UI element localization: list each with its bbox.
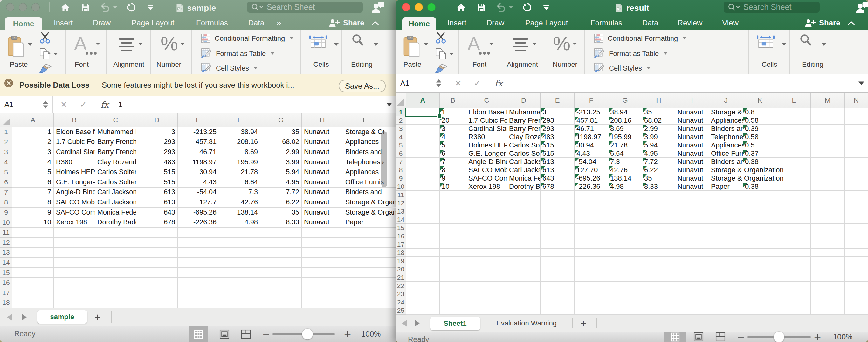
cell-D17[interactable] [136,288,178,298]
cell-H6[interactable]: Nunavut [302,177,343,188]
cell-C1[interactable]: Eldon Base for stackable storage shelf, … [466,108,507,116]
close-button[interactable] [6,3,14,11]
add-sheet-button[interactable]: + [580,315,587,332]
share-button[interactable]: Share [804,16,855,30]
alignment-icon[interactable] [119,38,134,53]
row-header-14[interactable]: 14 [0,258,12,268]
cell-I25[interactable] [675,306,709,315]
cell-B5[interactable]: Holmes HEPA Air Purifier [54,167,95,177]
cell-C9[interactable]: SAFCO Commercial Wire Shelving, Black [466,174,507,182]
cell-A2[interactable] [406,116,440,125]
cell-F14[interactable] [219,258,260,268]
page-layout-view-icon[interactable] [694,333,704,342]
cell-J7[interactable]: Binders and Binder Accessories [709,158,743,166]
row-header-7[interactable]: 7 [396,158,406,166]
cell-I13[interactable] [675,207,709,216]
row-header-4[interactable]: 4 [0,157,12,167]
cell-G5[interactable]: 5.94 [260,167,302,177]
cell-E16[interactable] [178,278,219,288]
cell-J8[interactable]: Storage & Organization [709,166,777,174]
cell-H24[interactable] [642,298,675,306]
cell-styles-button[interactable]: Cell Styles [201,63,257,73]
cell-N10[interactable] [845,182,868,191]
row-header-11[interactable]: 11 [396,191,406,199]
cell-I22[interactable] [675,282,709,290]
cell-I4[interactable]: Telephones and Communication [343,157,384,167]
cell-K16[interactable] [743,232,777,240]
cell-C20[interactable] [466,265,507,273]
cells-dropdown-icon[interactable] [334,43,339,46]
cell-C17[interactable] [466,240,507,249]
cell-A21[interactable] [406,273,440,282]
cut-icon[interactable] [435,32,447,44]
row-header-16[interactable]: 16 [396,232,406,240]
cell-G19[interactable] [608,257,642,265]
cell-H18[interactable] [302,298,343,308]
cell-I9[interactable]: Nunavut [675,174,709,182]
column-header-k[interactable]: K [743,93,777,108]
cell-H21[interactable] [642,273,675,282]
cell-G6[interactable]: 4.95 [260,177,302,188]
cell-H25[interactable] [642,306,675,315]
cell-H9[interactable]: Nunavut [302,208,343,218]
copy-dropdown-icon[interactable] [54,53,58,55]
column-header-i[interactable]: I [675,93,709,108]
cell-L10[interactable] [777,182,811,191]
cell-L17[interactable] [777,240,811,249]
cell-K17[interactable] [743,240,777,249]
cell-L20[interactable] [777,265,811,273]
cell-B17[interactable] [54,288,95,298]
cell-I14[interactable] [343,258,384,268]
cell-A24[interactable] [406,298,440,306]
cell-F5[interactable]: 21.78 [219,167,260,177]
cell-B8[interactable]: SAFCO Mobile Desk Side File, Wire Frame [54,197,95,208]
name-box-stepper[interactable] [43,100,48,108]
cell-L11[interactable] [777,191,811,199]
group-label-paste[interactable]: Paste [10,60,28,69]
vertical-scrollbar[interactable] [381,131,387,187]
row-header-13[interactable]: 13 [0,248,12,258]
cell-C8[interactable]: Carl Jackson [95,197,136,208]
cell-J3[interactable]: Binders and Binder Accessories [709,125,743,133]
formula-bar-expand-icon[interactable] [386,103,392,106]
cell-G16[interactable] [260,278,302,288]
cell-E6[interactable]: 4.43 [178,177,219,188]
cell-G6[interactable]: 6.64 [608,149,642,158]
cell-A15[interactable] [12,268,54,278]
cell-K22[interactable] [743,282,777,290]
cell-N5[interactable] [845,141,868,149]
cell-C21[interactable] [466,273,507,282]
cell-D17[interactable] [507,240,540,249]
cell-M17[interactable] [811,240,845,249]
row-header-1[interactable]: 1 [0,127,12,137]
cell-L25[interactable] [777,306,811,315]
cell-E11[interactable] [540,191,575,199]
cell-B3[interactable]: 3 [440,125,466,133]
cell-J16[interactable] [709,232,743,240]
cell-F4[interactable]: 195.99 [219,157,260,167]
cell-M12[interactable] [811,199,845,207]
cell-J6[interactable]: Office Furnishings [709,149,743,158]
cell-A4[interactable]: 4 [12,157,54,167]
cell-E13[interactable] [178,248,219,258]
cell-partial[interactable] [384,238,396,248]
cell-E1[interactable]: -213.25 [178,127,219,137]
cell-E5[interactable]: 515 [540,141,575,149]
cell-C3[interactable]: Cardinal Slant-D Ring Binder, Heavy Gaug… [466,125,507,133]
cell-F24[interactable] [575,298,608,306]
cell-B14[interactable] [440,216,466,224]
cell-A12[interactable] [406,199,440,207]
cell-E18[interactable] [540,249,575,257]
cell-A14[interactable] [406,216,440,224]
cell-F9[interactable]: -695.26 [575,174,608,182]
cell-B20[interactable] [440,265,466,273]
cell-E9[interactable]: 643 [540,174,575,182]
cell-H12[interactable] [302,238,343,248]
cell-G25[interactable] [608,306,642,315]
cell-partial[interactable] [384,248,396,258]
insert-function-icon[interactable]: fx [100,99,108,109]
cell-B7[interactable]: Angle-D Binders with Locking Rings, Labe… [54,188,95,198]
cell-B21[interactable] [440,273,466,282]
cell-I11[interactable] [343,227,384,238]
cell-partial[interactable] [384,188,396,198]
